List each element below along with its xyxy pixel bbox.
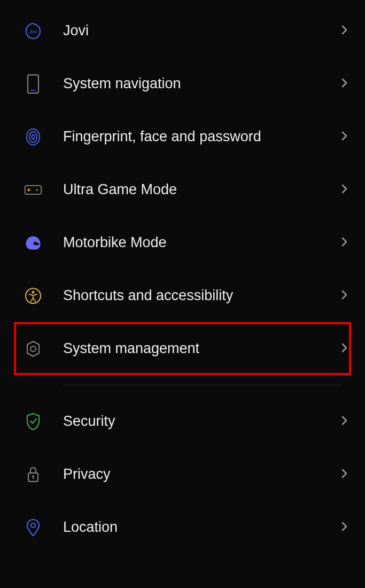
chevron-right-icon — [339, 521, 350, 534]
fingerprint-icon — [24, 127, 43, 147]
gamepad-icon — [24, 180, 43, 200]
item-label: System management — [63, 340, 339, 357]
item-label: Security — [63, 413, 339, 430]
settings-list: Jovi Jovi System navigation — [0, 0, 365, 554]
svg-text:Jovi: Jovi — [28, 29, 38, 34]
svg-point-6 — [29, 132, 37, 142]
divider — [63, 385, 341, 385]
settings-item-location[interactable]: Location — [0, 501, 365, 554]
svg-point-18 — [31, 523, 35, 528]
chevron-right-icon — [339, 184, 350, 196]
chevron-right-icon — [339, 342, 350, 355]
chevron-right-icon — [339, 468, 350, 481]
location-pin-icon — [24, 518, 43, 537]
chevron-right-icon — [339, 236, 350, 249]
chevron-right-icon — [339, 78, 350, 90]
chevron-right-icon — [339, 131, 350, 143]
settings-item-motorbike-mode[interactable]: Motorbike Mode — [0, 216, 365, 269]
settings-item-shortcuts-accessibility[interactable]: Shortcuts and accessibility — [0, 269, 365, 322]
settings-item-jovi[interactable]: Jovi Jovi — [0, 4, 365, 57]
gear-hex-icon — [24, 339, 43, 358]
lock-icon — [24, 465, 43, 484]
accessibility-icon — [24, 286, 43, 306]
settings-item-security[interactable]: Security — [0, 395, 365, 448]
svg-point-11 — [36, 189, 38, 190]
settings-item-fingerprint[interactable]: Fingerprint, face and password — [0, 110, 365, 163]
item-label: Jovi — [63, 22, 339, 39]
shield-check-icon — [24, 412, 43, 431]
item-label: Fingerprint, face and password — [63, 128, 339, 145]
svg-point-4 — [34, 89, 36, 91]
settings-item-ultra-game-mode[interactable]: Ultra Game Mode — [0, 163, 365, 216]
svg-point-2 — [31, 89, 33, 91]
item-label: Motorbike Mode — [63, 234, 339, 251]
svg-point-7 — [32, 135, 35, 139]
item-label: System navigation — [63, 75, 339, 92]
svg-point-3 — [33, 89, 34, 91]
svg-point-13 — [32, 291, 35, 293]
item-label: Shortcuts and accessibility — [63, 287, 339, 304]
item-label: Privacy — [63, 466, 339, 483]
settings-item-system-navigation[interactable]: System navigation — [0, 57, 365, 110]
chevron-right-icon — [339, 25, 350, 37]
item-label: Location — [63, 519, 339, 536]
settings-item-system-management[interactable]: System management — [14, 322, 351, 375]
chevron-right-icon — [339, 289, 350, 302]
phone-nav-icon — [24, 74, 43, 94]
svg-point-14 — [30, 346, 36, 352]
item-label: Ultra Game Mode — [63, 181, 339, 198]
helmet-icon — [24, 233, 43, 253]
jovi-icon: Jovi — [24, 21, 43, 41]
chevron-right-icon — [339, 415, 350, 428]
settings-item-privacy[interactable]: Privacy — [0, 448, 365, 501]
